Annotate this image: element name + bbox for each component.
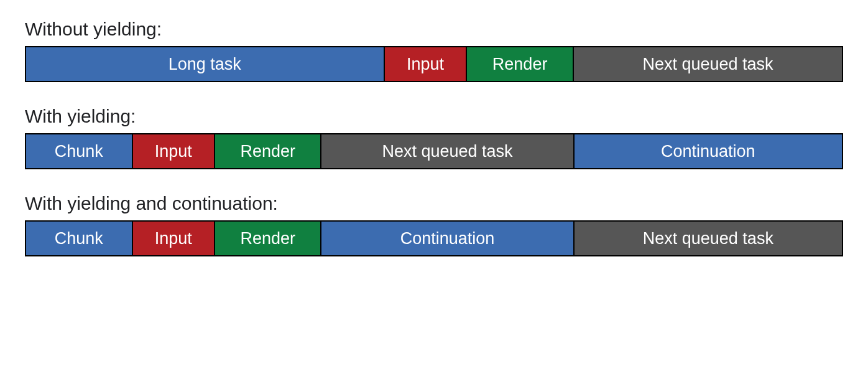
section-with-yielding: With yielding: Chunk Input Render Next q… xyxy=(25,106,843,169)
segment-chunk: Chunk xyxy=(26,134,133,168)
segment-next-queued-task: Next queued task xyxy=(574,47,842,81)
segment-continuation: Continuation xyxy=(321,222,574,255)
segment-long-task: Long task xyxy=(26,47,385,81)
section-title: With yielding and continuation: xyxy=(25,193,843,214)
segment-render: Render xyxy=(215,222,322,255)
task-bar: Chunk Input Render Continuation Next que… xyxy=(25,220,843,256)
task-bar: Chunk Input Render Next queued task Cont… xyxy=(25,133,843,169)
segment-chunk: Chunk xyxy=(26,222,133,255)
task-bar: Long task Input Render Next queued task xyxy=(25,46,843,82)
segment-continuation: Continuation xyxy=(575,134,842,168)
segment-render: Render xyxy=(467,47,574,81)
section-title: Without yielding: xyxy=(25,19,843,40)
segment-next-queued-task: Next queued task xyxy=(321,134,574,168)
section-with-yielding-and-continuation: With yielding and continuation: Chunk In… xyxy=(25,193,843,256)
segment-render: Render xyxy=(215,134,322,168)
section-without-yielding: Without yielding: Long task Input Render… xyxy=(25,19,843,82)
segment-input: Input xyxy=(385,47,468,81)
segment-input: Input xyxy=(133,222,215,255)
segment-input: Input xyxy=(133,134,215,168)
section-title: With yielding: xyxy=(25,106,843,127)
segment-next-queued-task: Next queued task xyxy=(575,222,842,255)
